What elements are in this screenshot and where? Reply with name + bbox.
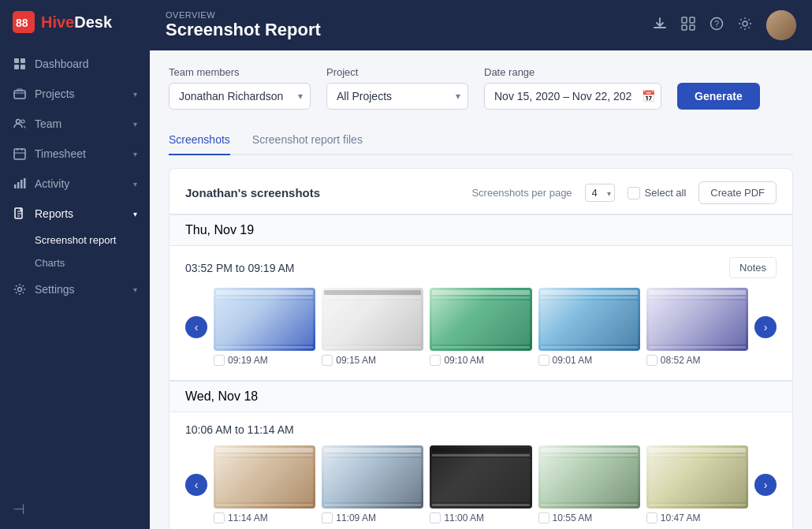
time-range-row-1: 03:52 PM to 09:19 AM Notes (185, 257, 777, 278)
next-arrow-1[interactable]: › (754, 316, 777, 338)
content-area: Team members Jonathan Richardson Project… (150, 50, 812, 529)
screenshot-item: 09:15 AM (322, 288, 423, 366)
avatar[interactable] (766, 10, 796, 40)
topbar-title-area: OVERVIEW Screenshot Report (166, 10, 321, 40)
prev-arrow-2[interactable]: ‹ (185, 474, 207, 496)
svg-rect-18 (682, 25, 687, 30)
date-range-input[interactable] (484, 83, 661, 110)
screenshot-checkbox[interactable] (538, 355, 549, 366)
create-pdf-button[interactable]: Create PDF (698, 181, 777, 204)
main-area: OVERVIEW Screenshot Report ? T (150, 0, 812, 529)
sidebar-item-charts[interactable]: Charts (35, 251, 150, 274)
grid-view-icon[interactable] (681, 17, 695, 35)
prev-arrow-1[interactable]: ‹ (185, 316, 207, 338)
tab-screenshots[interactable]: Screenshots (169, 125, 230, 155)
screenshot-thumb[interactable] (214, 288, 315, 351)
card-header: Jonathan's screenshots Screenshots per p… (169, 169, 792, 214)
time-label: 11:14 AM (228, 512, 268, 523)
screenshot-thumb[interactable] (646, 445, 748, 509)
time-label: 09:19 AM (228, 355, 268, 366)
team-members-select[interactable]: Jonathan Richardson (169, 83, 311, 110)
screenshot-thumb[interactable] (430, 445, 531, 509)
screenshot-thumb[interactable] (430, 288, 531, 351)
card-title: Jonathan's screenshots (185, 186, 320, 199)
sidebar-collapse-button[interactable]: ⊣ (13, 501, 25, 517)
per-page-select[interactable]: 4 (585, 184, 615, 202)
settings-icon (13, 282, 27, 296)
screenshot-checkbox[interactable] (646, 355, 657, 366)
svg-rect-3 (20, 58, 25, 63)
screenshot-time: 09:10 AM (430, 355, 531, 366)
time-range-row-2: 10:06 AM to 11:14 AM (185, 423, 777, 436)
screenshot-checkbox[interactable] (322, 355, 333, 366)
topbar: OVERVIEW Screenshot Report ? (150, 0, 812, 50)
svg-rect-12 (20, 180, 23, 188)
sidebar-item-label: Activity (35, 177, 125, 190)
project-select[interactable]: All Projects (326, 83, 468, 110)
date-section-wed-nov18: Wed, Nov 18 10:06 AM to 11:14 AM ‹ (169, 380, 792, 529)
svg-text:88: 88 (16, 17, 28, 29)
screenshots-grid-2: ‹ 11:14 AM (185, 445, 777, 523)
sidebar-item-label: Timesheet (35, 147, 125, 160)
project-select-wrapper: All Projects (326, 83, 468, 110)
screenshot-thumb[interactable] (538, 288, 640, 351)
tab-screenshot-report-files[interactable]: Screenshot report files (252, 125, 363, 155)
screenshot-thumb[interactable] (322, 288, 423, 351)
projects-icon (13, 87, 27, 101)
svg-rect-17 (690, 17, 695, 23)
time-range-label-1: 03:52 PM to 09:19 AM (185, 262, 295, 274)
screenshot-item: 09:19 AM (214, 288, 315, 366)
download-icon[interactable] (653, 17, 667, 35)
screenshot-time: 09:19 AM (214, 355, 315, 366)
screenshots-grid-1: ‹ 09:19 AM (185, 288, 777, 366)
notes-button-1[interactable]: Notes (729, 257, 777, 278)
sidebar-item-team[interactable]: Team ▾ (0, 109, 150, 139)
screenshot-thumb[interactable] (214, 445, 315, 509)
time-label: 10:47 AM (661, 512, 701, 523)
screenshot-items-2: 11:14 AM 11:09 AM (214, 445, 748, 523)
next-arrow-2[interactable]: › (754, 474, 777, 496)
date-text: Wed, Nov 18 (185, 389, 258, 403)
screenshot-time: 11:14 AM (214, 512, 315, 523)
sidebar-item-label: Team (35, 117, 125, 130)
svg-rect-4 (14, 65, 19, 69)
team-members-label: Team members (169, 66, 311, 78)
chevron-down-icon: ▾ (133, 285, 137, 294)
sidebar-item-reports[interactable]: Reports ▾ (0, 199, 150, 229)
dashboard-icon (13, 57, 27, 71)
svg-text:?: ? (714, 19, 719, 28)
select-all-checkbox[interactable] (628, 187, 640, 199)
screenshot-checkbox[interactable] (430, 512, 441, 523)
time-range-label-2: 10:06 AM to 11:14 AM (185, 423, 294, 436)
sidebar-item-projects[interactable]: Projects ▾ (0, 79, 150, 109)
sidebar-item-timesheet[interactable]: Timesheet ▾ (0, 139, 150, 169)
screenshot-thumb[interactable] (646, 288, 748, 351)
select-all-wrapper: Select all (628, 187, 687, 199)
time-label: 09:15 AM (336, 355, 376, 366)
screenshot-thumb[interactable] (538, 445, 640, 509)
sidebar-item-activity[interactable]: Activity ▾ (0, 169, 150, 199)
screenshot-checkbox[interactable] (322, 512, 333, 523)
screenshot-checkbox[interactable] (646, 512, 657, 523)
time-slot-2: 10:06 AM to 11:14 AM ‹ 11:14 AM (169, 412, 792, 529)
page-title: Screenshot Report (166, 20, 321, 40)
screenshot-time: 10:47 AM (646, 512, 748, 523)
sidebar-item-dashboard[interactable]: Dashboard (0, 49, 150, 79)
screenshot-time: 10:55 AM (538, 512, 640, 523)
svg-rect-9 (14, 149, 25, 159)
sidebar-item-screenshot-report[interactable]: Screenshot report (35, 229, 150, 251)
screenshot-checkbox[interactable] (430, 355, 441, 366)
sidebar-item-label: Settings (35, 283, 125, 296)
time-label: 11:09 AM (336, 512, 376, 523)
screenshot-thumb[interactable] (322, 445, 423, 509)
select-all-label[interactable]: Select all (645, 187, 687, 199)
screenshot-item: 09:01 AM (538, 288, 640, 366)
sidebar-item-settings[interactable]: Settings ▾ (0, 274, 150, 304)
generate-button[interactable]: Generate (677, 83, 760, 110)
screenshots-card: Jonathan's screenshots Screenshots per p… (169, 168, 793, 529)
screenshot-checkbox[interactable] (214, 355, 225, 366)
screenshot-checkbox[interactable] (538, 512, 549, 523)
settings-icon[interactable] (738, 17, 752, 35)
screenshot-checkbox[interactable] (214, 512, 225, 523)
help-icon[interactable]: ? (710, 17, 724, 35)
